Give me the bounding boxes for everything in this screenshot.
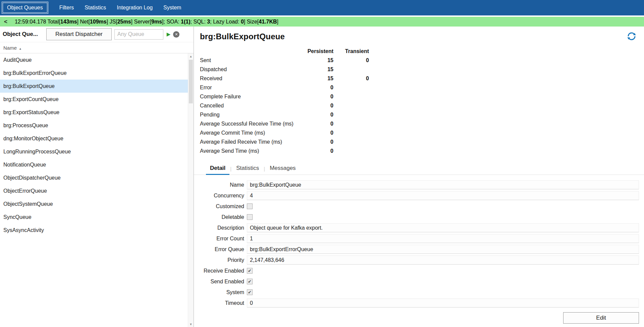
stats-transient-value: 0 <box>333 76 369 82</box>
scrollbar-thumb[interactable] <box>189 60 193 103</box>
column-header-name[interactable]: Name <box>0 42 194 53</box>
form-row-name: Namebrg:BulkExportQueue <box>200 180 639 189</box>
checkbox-system[interactable] <box>247 289 253 295</box>
detail-title: brg:BulkExportQueue <box>200 32 639 41</box>
nav-tab-system[interactable]: System <box>163 3 182 12</box>
stats-persistent-value: 0 <box>301 112 333 118</box>
stats-row-cancelled: Cancelled0 <box>200 101 639 110</box>
back-arrow-icon[interactable]: < <box>4 18 7 25</box>
stats-persistent-value: 0 <box>301 130 333 136</box>
nav-tab-integration-log[interactable]: Integration Log <box>116 3 153 12</box>
search-clear-icon[interactable] <box>173 31 179 38</box>
queue-list-item-longrunningprocessqueue[interactable]: LongRunningProcessQueue <box>0 145 188 158</box>
stats-transient-value: 0 <box>333 57 369 63</box>
nav-tab-object-queues[interactable]: Object Queues <box>3 3 47 13</box>
queue-panel: Object Que... Restart Dispatcher ▶ Name … <box>0 27 194 327</box>
stats-table: PersistentTransientSent150Dispatched15Re… <box>200 47 639 155</box>
panel-title: Object Que... <box>3 31 44 38</box>
form-row-priority: Priority2,147,483,646 <box>200 255 639 265</box>
perf-segment: 12:59:04.178 Total[ <box>15 19 60 25</box>
tab-messages[interactable]: Messages <box>265 165 300 175</box>
form-row-deletable: Deletable <box>200 213 639 222</box>
stats-persistent-value: 0 <box>301 121 333 127</box>
queue-list-item-objectsystemqueue[interactable]: ObjectSystemQueue <box>0 197 188 211</box>
restart-dispatcher-button[interactable]: Restart Dispatcher <box>46 28 112 40</box>
stats-row-received: Received150 <box>200 74 639 83</box>
queue-list-item-dng-monitorobjectqueue[interactable]: dng:MonitorObjectQueue <box>0 132 188 145</box>
stats-persistent-value: 0 <box>301 139 333 145</box>
field-label-send-enabled: Send Enabled <box>200 279 247 285</box>
queue-list-scrollbar[interactable] <box>188 53 194 327</box>
nav-tab-filters[interactable]: Filters <box>59 3 75 12</box>
refresh-icon[interactable] <box>627 31 637 41</box>
stats-persistent-value: 15 <box>301 66 333 73</box>
stats-persistent-value: 15 <box>301 57 333 63</box>
queue-list-item-brg-bulkexportqueue[interactable]: brg:BulkExportQueue <box>0 80 188 93</box>
nav-tab-statistics[interactable]: Statistics <box>84 3 107 12</box>
queue-list-item-brg-bulkexporterrorqueue[interactable]: brg:BulkExportErrorQueue <box>0 66 188 80</box>
scroll-down-icon[interactable] <box>188 321 194 327</box>
queue-list-item-brg-processqueue[interactable]: brg:ProcessQueue <box>0 119 188 132</box>
form-row-error-count: Error Count1 <box>200 234 639 243</box>
field-label-timeout: Timeout <box>200 300 247 306</box>
stats-row-pending: Pending0 <box>200 110 639 119</box>
queue-list-item-auditqueue[interactable]: AuditQueue <box>0 53 188 66</box>
field-value-description[interactable]: Object queue for Kafka export. <box>247 223 639 232</box>
form-row-send-enabled: Send Enabled <box>200 277 639 286</box>
stats-label: Average Successful Receive Time (ms) <box>200 121 301 127</box>
field-label-customized: Customized <box>200 203 247 209</box>
stats-label: Pending <box>200 112 301 118</box>
form-row-description: DescriptionObject queue for Kafka export… <box>200 223 639 232</box>
field-label-receive-enabled: Receive Enabled <box>200 268 247 274</box>
form-row-customized: Customized <box>200 202 639 211</box>
tab-statistics[interactable]: Statistics <box>231 165 264 175</box>
edit-button-row: Edit <box>200 312 639 324</box>
top-nav: Object QueuesFiltersStatisticsIntegratio… <box>0 0 644 15</box>
stats-persistent-value: 15 <box>301 76 333 82</box>
field-value-priority[interactable]: 2,147,483,646 <box>247 255 639 265</box>
field-value-timeout[interactable]: 0 <box>247 298 639 308</box>
form-row-concurrency: Concurrency4 <box>200 191 639 200</box>
stats-column-persistent: Persistent <box>301 48 333 54</box>
perf-segment: ] JS[ <box>107 19 117 25</box>
queue-panel-header: Object Que... Restart Dispatcher ▶ <box>0 27 194 42</box>
queue-list-item-objecterrorqueue[interactable]: ObjectErrorQueue <box>0 184 188 197</box>
field-value-error-count[interactable]: 1 <box>247 234 639 243</box>
scroll-up-icon[interactable] <box>188 53 194 59</box>
checkbox-customized[interactable] <box>247 203 253 209</box>
queue-list-item-sysasyncactivity[interactable]: SysAsyncActivity <box>0 224 188 237</box>
queue-list: AuditQueuebrg:BulkExportErrorQueuebrg:Bu… <box>0 53 188 327</box>
queue-list-item-brg-exportstatusqueue[interactable]: brg:ExportStatusQueue <box>0 106 188 119</box>
scrollbar-track[interactable] <box>188 59 194 321</box>
perf-segment: ; SQL: <box>191 19 207 25</box>
field-label-concurrency: Concurrency <box>200 193 247 199</box>
search-go-icon[interactable]: ▶ <box>167 31 171 37</box>
queue-search-input[interactable] <box>114 29 163 40</box>
checkbox-send-enabled[interactable] <box>247 279 253 284</box>
stats-label: Average Send Time (ms) <box>200 148 301 154</box>
stats-label: Dispatched <box>200 66 301 73</box>
queue-list-item-objectdispatcherqueue[interactable]: ObjectDispatcherQueue <box>0 171 188 184</box>
form-row-timeout: Timeout0 <box>200 298 639 308</box>
queue-list-item-notificationqueue[interactable]: NotificationQueue <box>0 158 188 171</box>
edit-button[interactable]: Edit <box>563 312 639 324</box>
stats-label: Complete Failure <box>200 94 301 100</box>
tab-detail[interactable]: Detail <box>205 165 230 175</box>
stats-label: Error <box>200 85 301 91</box>
perf-segment: 9ms <box>151 19 162 25</box>
queue-list-item-brg-exportcountqueue[interactable]: brg:ExportCountQueue <box>0 93 188 106</box>
queue-list-item-syncqueue[interactable]: SyncQueue <box>0 211 188 224</box>
field-value-error-queue[interactable]: brg:BulkExportErrorQueue <box>247 245 639 254</box>
stats-row-error: Error0 <box>200 83 639 92</box>
checkbox-receive-enabled[interactable] <box>247 268 253 274</box>
stats-persistent-value: 0 <box>301 148 333 154</box>
checkbox-deletable[interactable] <box>247 214 253 220</box>
field-value-name[interactable]: brg:BulkExportQueue <box>247 180 639 189</box>
perf-segment: 1(1) <box>181 19 190 25</box>
field-value-concurrency[interactable]: 4 <box>247 191 639 200</box>
detail-form: Namebrg:BulkExportQueueConcurrency4Custo… <box>200 180 639 308</box>
form-row-receive-enabled: Receive Enabled <box>200 266 639 275</box>
form-row-system: System <box>200 288 639 297</box>
stats-row-average-failed-receive-time-ms: Average Failed Receive Time (ms)0 <box>200 137 639 146</box>
stats-header-row: PersistentTransient <box>200 47 639 56</box>
